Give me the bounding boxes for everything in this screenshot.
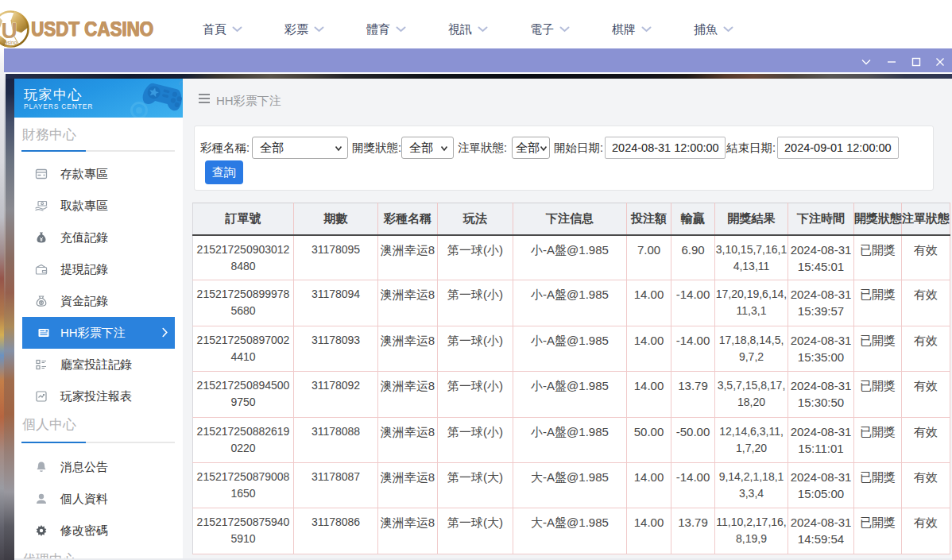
svg-text:Casino: Casino: [1, 40, 17, 45]
